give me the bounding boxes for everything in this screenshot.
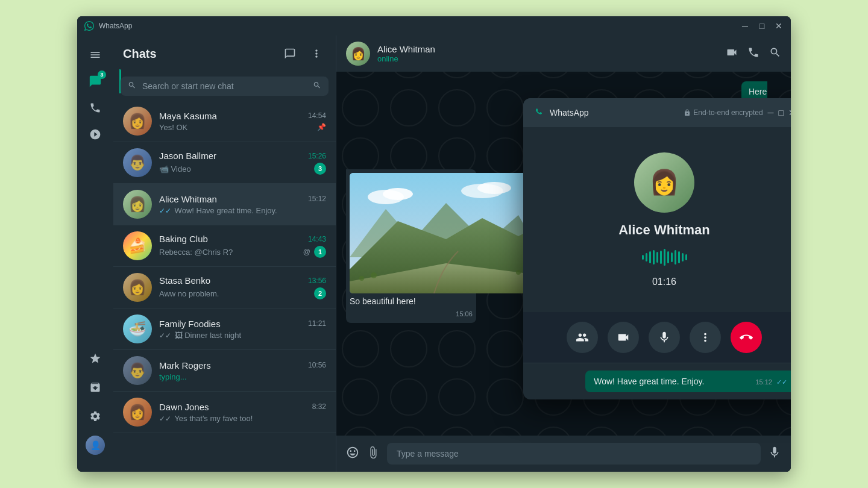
- chat-item-baking[interactable]: 🍰 Baking Club 14:43 Rebecca: @Chris R? @…: [113, 225, 336, 267]
- voice-call-button[interactable]: [747, 46, 760, 61]
- end-call-button[interactable]: [731, 322, 762, 353]
- chat-info-family: Family Foodies 11:21 ✓✓ 🖼 Dinner last ni…: [159, 319, 326, 340]
- search-input[interactable]: [121, 77, 329, 96]
- message-time-image: 15:06: [350, 310, 473, 319]
- message-image-container: So beautiful here! 15:06 ❤️: [346, 169, 546, 337]
- sidebar-bottom: 👤: [83, 346, 107, 465]
- call-popup-minimize[interactable]: ─: [768, 108, 774, 117]
- call-popup-header: WhatsApp End-to-end encrypted ─ □ ✕: [523, 98, 791, 127]
- sidebar-item-archive[interactable]: [83, 375, 107, 399]
- chat-list-actions: [280, 44, 326, 63]
- microphone-button[interactable]: [768, 446, 781, 462]
- wave-bar-13: [685, 254, 687, 260]
- call-popup-maximize[interactable]: □: [779, 108, 784, 117]
- call-avatar[interactable]: 👩: [634, 152, 694, 213]
- wave-bar-2: [646, 253, 647, 261]
- chat-time-maya: 14:54: [308, 111, 326, 120]
- app-window: WhatsApp ─ □ ✕ 3: [77, 16, 791, 472]
- sidebar-item-starred[interactable]: [83, 346, 107, 371]
- call-popup-close[interactable]: ✕: [788, 108, 791, 117]
- call-contact-name: Alice Whitman: [618, 222, 710, 238]
- call-popup-title: WhatsApp: [550, 108, 679, 117]
- sidebar-item-status[interactable]: [83, 122, 107, 146]
- chat-options-button[interactable]: [307, 44, 326, 63]
- chat-name-jason: Jason Ballmer: [159, 151, 216, 161]
- wave-bar-8: [667, 251, 669, 263]
- search-icon-right: [313, 81, 321, 92]
- emoji-button[interactable]: [346, 446, 359, 462]
- svg-point-11: [371, 272, 377, 278]
- svg-point-2: [383, 188, 413, 200]
- attachment-button[interactable]: [366, 446, 380, 462]
- search-bar: [113, 72, 336, 101]
- chat-preview-stasa: Aww no problem.: [159, 289, 314, 298]
- video-toggle-button[interactable]: [608, 322, 639, 353]
- call-timer: 01:16: [652, 277, 676, 287]
- avatar-baking: 🍰: [123, 231, 152, 260]
- chat-time-jason: 15:26: [308, 152, 326, 160]
- sidebar-item-avatar[interactable]: 👤: [83, 433, 107, 457]
- caption-text: So beautiful here!: [350, 296, 416, 306]
- chat-item-alice[interactable]: 👩 Alice Whitman 15:12 ✓✓ Wow! Have great…: [113, 184, 336, 225]
- wave-bar-6: [660, 251, 662, 264]
- chat-time-stasa: 13:56: [308, 277, 326, 285]
- chat-list-panel: Chats: [113, 36, 336, 472]
- chat-info-mark: Mark Rogers 10:56 typing...: [159, 360, 326, 381]
- chat-preview-dawn: ✓✓ Yes that's my fave too!: [159, 414, 326, 423]
- chat-header-status: online: [377, 54, 719, 63]
- close-button[interactable]: ✕: [774, 21, 784, 31]
- chat-header-name: Alice Whitman: [377, 44, 719, 54]
- chat-item-stasa[interactable]: 👩 Stasa Benko 13:56 Aww no problem. 2: [113, 267, 336, 308]
- chat-info-stasa: Stasa Benko 13:56 Aww no problem. 2: [159, 275, 326, 299]
- chat-preview-mark: typing...: [159, 372, 326, 381]
- call-actions: [523, 312, 791, 363]
- add-participant-button[interactable]: [567, 322, 598, 353]
- whatsapp-logo-titlebar: [84, 21, 94, 31]
- call-message-bubble: Wow! Have great time. Enjoy. 15:12 ✓✓: [585, 371, 791, 392]
- svg-point-10: [359, 276, 364, 281]
- call-popup-controls: ─ □ ✕: [768, 108, 791, 117]
- chat-preview-maya: Yes! OK: [159, 123, 317, 132]
- call-message-ticks: ✓✓: [776, 378, 787, 386]
- wave-bar-12: [682, 253, 684, 261]
- chat-preview-family: ✓✓ 🖼 Dinner last night: [159, 331, 326, 340]
- sidebar-item-chats[interactable]: 3: [83, 69, 107, 93]
- chat-time-alice: 15:12: [308, 195, 326, 203]
- chat-item-maya[interactable]: 👩 Maya Kasuma 14:54 Yes! OK 📌: [113, 101, 336, 142]
- chat-header-info: Alice Whitman online: [377, 44, 719, 63]
- chats-badge: 3: [98, 70, 106, 79]
- video-call-button[interactable]: [726, 46, 738, 61]
- call-message-time: 15:12 ✓✓: [755, 378, 787, 386]
- chat-name-alice: Alice Whitman: [159, 194, 217, 204]
- maximize-button[interactable]: □: [757, 21, 767, 31]
- chat-name-maya: Maya Kasuma: [159, 111, 217, 121]
- unread-badge-jason: 3: [314, 163, 326, 175]
- chat-info-maya: Maya Kasuma 14:54 Yes! OK 📌: [159, 111, 326, 132]
- chat-item-mark[interactable]: 👨 Mark Rogers 10:56 typing...: [113, 350, 336, 392]
- chat-item-family[interactable]: 🍜 Family Foodies 11:21 ✓✓ 🖼 Dinner last …: [113, 308, 336, 350]
- message-input[interactable]: [387, 443, 761, 465]
- wave-bar-7: [664, 249, 665, 266]
- call-popup-lock: End-to-end encrypted: [684, 108, 763, 117]
- input-area: [336, 436, 791, 472]
- search-icon-left: [128, 81, 136, 92]
- sidebar-item-menu[interactable]: [83, 43, 107, 67]
- wave-bar-4: [653, 250, 655, 264]
- chat-list-title: Chats: [123, 47, 157, 61]
- sidebar-item-settings[interactable]: [83, 404, 107, 428]
- chat-name-stasa: Stasa Benko: [159, 275, 210, 286]
- mute-button[interactable]: [649, 322, 680, 353]
- chat-time-family: 11:21: [308, 319, 326, 328]
- chat-item-jason[interactable]: 👨 Jason Ballmer 15:26 📹 Video 3: [113, 142, 336, 184]
- chat-header-avatar[interactable]: 👩: [346, 42, 370, 66]
- chat-time-mark: 10:56: [308, 361, 326, 369]
- minimize-button[interactable]: ─: [740, 21, 750, 31]
- new-chat-button[interactable]: [280, 44, 300, 63]
- more-options-button[interactable]: [690, 322, 721, 353]
- message-image-caption: So beautiful here! 15:06: [350, 296, 473, 319]
- chat-item-dawn[interactable]: 👩 Dawn Jones 8:32 ✓✓ Yes that's my fave …: [113, 392, 336, 433]
- sidebar-item-calls[interactable]: [83, 96, 107, 120]
- chat-preview-baking: Rebecca: @Chris R?: [159, 248, 303, 257]
- svg-point-4: [477, 182, 511, 194]
- search-in-chat-button[interactable]: [769, 46, 781, 61]
